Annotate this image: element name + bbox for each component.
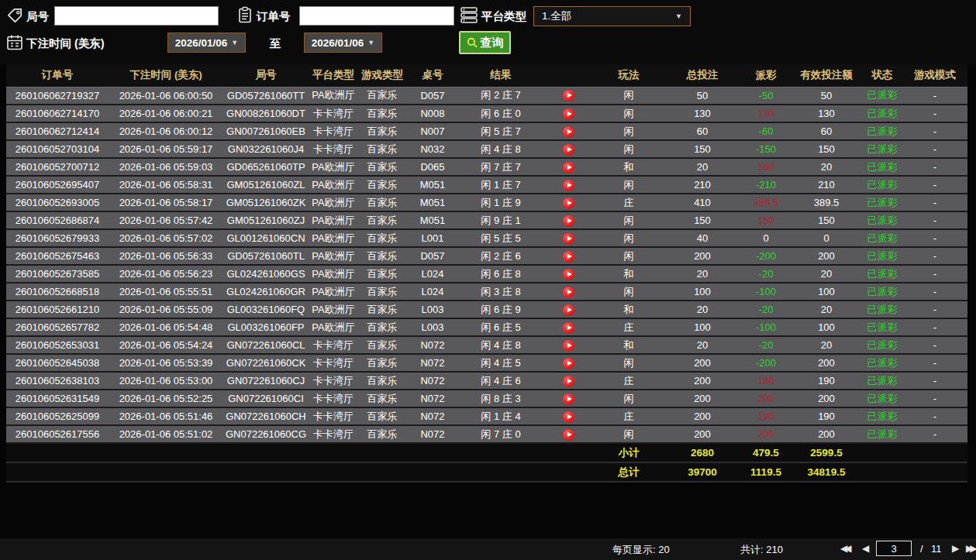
search-button-label: 查询 — [481, 36, 504, 50]
cell-total-bet: 130 — [664, 105, 741, 122]
play-video-icon[interactable] — [563, 287, 574, 298]
cell-total-bet: 100 — [664, 283, 741, 301]
subtotal-row: 小计 2680 479.5 2599.5 — [6, 443, 967, 462]
cell-game-type: 百家乐 — [358, 211, 406, 229]
play-video-icon[interactable] — [563, 269, 574, 280]
play-video-icon[interactable] — [563, 215, 574, 227]
total-pages-label: 11 — [931, 543, 942, 555]
table-row: 260106052679933 2026-01-06 05:57:02 GL00… — [6, 229, 967, 247]
cell-payout: -20 — [741, 265, 791, 283]
cell-result: 闲 4 庄 5 — [459, 354, 543, 372]
cell-game-mode: - — [902, 229, 967, 247]
next-page-button[interactable]: ▶ — [952, 543, 959, 554]
cell-game-mode: - — [902, 283, 967, 301]
prev-page-button[interactable]: ◀ — [862, 543, 869, 554]
total-label: 总计 — [594, 462, 664, 482]
cell-game-mode: - — [902, 372, 967, 390]
cell-game-type: 百家乐 — [358, 176, 406, 194]
cell-payout: 150 — [741, 211, 791, 229]
cell-order-no: 260106052703104 — [6, 140, 109, 158]
play-video-icon[interactable] — [563, 180, 574, 191]
play-video-icon[interactable] — [563, 162, 574, 173]
cell-game-mode: - — [902, 390, 967, 407]
cell-round-no: GD057261060TT — [223, 87, 309, 105]
play-video-icon[interactable] — [563, 90, 574, 101]
cell-total-bet: 20 — [664, 158, 741, 176]
date-from-picker[interactable]: 2026/01/06 ▼ — [167, 33, 246, 53]
cell-video — [543, 336, 594, 354]
table-row: 260106052657782 2026-01-06 05:54:48 GL00… — [6, 318, 967, 336]
cell-game-type: 百家乐 — [358, 407, 406, 425]
cell-round-no: GD057261060TL — [223, 247, 309, 265]
platform-select[interactable]: 1.全部 ▼ — [533, 6, 691, 26]
cell-play: 和 — [594, 336, 664, 354]
total-valid-bet: 34819.5 — [791, 462, 862, 482]
cell-round-no: GM051261060ZJ — [223, 211, 309, 229]
cell-valid-bet: 0 — [791, 229, 862, 247]
cell-table-no: N072 — [406, 407, 459, 425]
table-row: 260106052661210 2026-01-06 05:55:09 GL00… — [6, 301, 967, 318]
cell-table-no: L024 — [406, 283, 459, 301]
cell-status: 已派彩 — [862, 407, 902, 425]
order-input[interactable] — [299, 6, 454, 26]
cell-play: 闲 — [594, 354, 664, 372]
header-game-mode: 游戏模式 — [902, 64, 967, 87]
cell-play: 闲 — [594, 105, 664, 122]
table-row: 260106062719327 2026-01-06 06:00:50 GD05… — [6, 87, 967, 105]
cell-total-bet: 150 — [664, 140, 741, 158]
cell-table-no: N072 — [406, 390, 459, 407]
play-video-icon[interactable] — [563, 108, 574, 120]
cell-play: 闲 — [594, 140, 664, 158]
play-video-icon[interactable] — [563, 340, 574, 352]
table-row: 260106052631549 2026-01-06 05:52:25 GN07… — [6, 390, 967, 407]
date-to-picker[interactable]: 2026/01/06 ▼ — [304, 33, 382, 53]
cell-platform: 卡卡湾厅 — [309, 354, 358, 372]
cell-order-no: 260106052653031 — [6, 336, 109, 354]
cell-game-mode: - — [902, 194, 967, 211]
first-page-button[interactable]: ◀◀ — [840, 543, 851, 554]
cell-valid-bet: 60 — [791, 122, 862, 140]
cell-payout: 200 — [741, 390, 791, 407]
page-number-input[interactable] — [876, 541, 912, 556]
cell-bet-time: 2026-01-06 05:53:00 — [109, 372, 223, 390]
search-button[interactable]: 查询 — [459, 31, 511, 54]
play-video-icon[interactable] — [563, 198, 574, 209]
play-video-icon[interactable] — [563, 251, 574, 263]
play-video-icon[interactable] — [563, 144, 574, 156]
play-video-icon[interactable] — [563, 429, 574, 441]
cell-round-no: GN072261060CL — [223, 336, 309, 354]
play-video-icon[interactable] — [563, 358, 574, 369]
play-video-icon[interactable] — [563, 233, 574, 245]
last-page-button[interactable]: ▶▶ — [966, 543, 976, 554]
cell-bet-time: 2026-01-06 06:00:21 — [109, 105, 223, 122]
play-video-icon[interactable] — [563, 322, 574, 334]
page-size-text: 每页显示: 20 — [612, 543, 670, 557]
cell-order-no: 260106052675463 — [6, 247, 109, 265]
play-video-icon[interactable] — [563, 304, 574, 316]
play-video-icon[interactable] — [563, 376, 574, 387]
cell-table-no: L003 — [406, 318, 459, 336]
header-platform: 平台类型 — [309, 64, 358, 87]
cell-game-mode: - — [902, 247, 967, 265]
table-body: 260106062719327 2026-01-06 06:00:50 GD05… — [6, 87, 967, 443]
play-video-icon[interactable] — [563, 393, 574, 405]
cell-order-no: 260106052645038 — [6, 354, 109, 372]
subtotal-valid-bet: 2599.5 — [791, 443, 862, 462]
cell-round-no: GM051261060ZK — [223, 194, 309, 211]
cell-valid-bet: 100 — [791, 318, 862, 336]
cell-status: 已派彩 — [862, 425, 902, 443]
cell-game-mode: - — [902, 87, 967, 105]
round-input[interactable] — [54, 6, 219, 26]
table-row: 260106052673585 2026-01-06 05:56:23 GL02… — [6, 265, 967, 283]
cell-result: 闲 7 庄 0 — [459, 425, 543, 443]
pagination-bar: 每页显示: 20 共计: 210 ◀◀ ◀ / 11 ▶ ▶▶ — [0, 538, 976, 560]
cell-video — [543, 105, 594, 122]
play-video-icon[interactable] — [563, 411, 574, 423]
cell-video — [543, 318, 594, 336]
header-status: 状态 — [862, 64, 902, 87]
cell-game-type: 百家乐 — [358, 122, 406, 140]
play-video-icon[interactable] — [563, 126, 574, 138]
cell-bet-time: 2026-01-06 05:53:39 — [109, 354, 223, 372]
table-header-row: 订单号 下注时间 (美东) 局号 平台类型 游戏类型 桌号 结果 玩法 总投注 … — [6, 64, 967, 87]
cell-round-no: GN008261060DT — [223, 105, 309, 122]
